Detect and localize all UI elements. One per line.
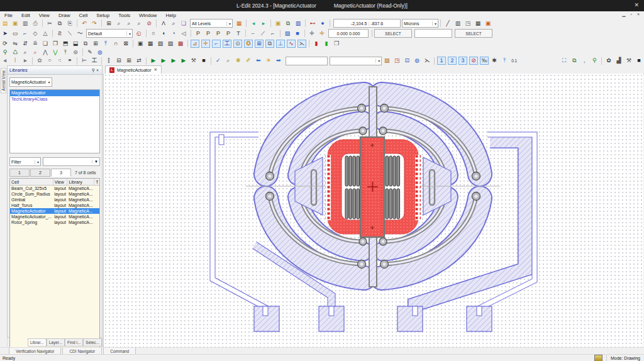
flip-v-icon[interactable]: ⇵	[21, 40, 30, 48]
origin-icon[interactable]: ✛	[308, 30, 316, 38]
layers-icon[interactable]: ❏	[179, 19, 188, 28]
window-capture-icon[interactable]: ⊡	[402, 57, 411, 65]
find-icon[interactable]: ⌕	[114, 19, 123, 28]
dock-tab[interactable]: Find i...	[65, 338, 83, 347]
fill-box-icon[interactable]: ■	[293, 30, 302, 38]
pick-icon[interactable]: ⋁	[51, 48, 60, 57]
open-icon[interactable]: ▣	[11, 19, 19, 28]
disable-icon[interactable]: ⊘	[469, 57, 478, 65]
headphone-icon[interactable]: ∩	[111, 40, 120, 48]
lambda-icon[interactable]: Λ	[159, 19, 168, 28]
copyto-icon[interactable]: ⧉	[570, 57, 579, 65]
find-prev-icon[interactable]: ⌕	[135, 19, 143, 28]
filter-combo[interactable]: Filter▾	[9, 157, 41, 166]
measure-icon[interactable]: ⊥	[276, 40, 285, 48]
lock-icon[interactable]: ⊠	[121, 40, 130, 48]
pie-tool-icon[interactable]: ◖	[159, 30, 168, 38]
swap-icon[interactable]: ⇄	[135, 57, 143, 65]
gear-small-icon[interactable]: ✿	[35, 57, 44, 65]
library-item[interactable]: TechLibrary4Class	[10, 96, 99, 103]
boolean-icon[interactable]: ⊿	[191, 40, 199, 48]
circle-tool-icon[interactable]: ○	[149, 30, 158, 38]
edit-rule-icon[interactable]: ◳	[392, 57, 401, 65]
flag-red-icon[interactable]: ▮	[312, 40, 321, 48]
align-left-icon[interactable]: ⫷	[1, 57, 9, 65]
camera-icon[interactable]: ❒	[332, 40, 341, 48]
text-tool-icon[interactable]: T	[234, 30, 243, 38]
tile-v-icon[interactable]: ⫿	[104, 57, 113, 65]
wrench2-icon[interactable]: ⚒	[625, 57, 633, 65]
redo-icon[interactable]: ↷	[90, 19, 99, 28]
rve-run-icon[interactable]: ▶	[179, 57, 188, 65]
verify-field-1[interactable]	[286, 57, 328, 65]
runner-icon[interactable]: ⋋	[297, 40, 306, 48]
port-default-icon[interactable]: P	[224, 30, 233, 38]
add-rule-icon[interactable]: ▨	[382, 57, 391, 65]
pair-icon[interactable]: ⚭	[65, 57, 74, 65]
pan-left-icon[interactable]: ◂	[249, 19, 258, 28]
distribute-h-icon[interactable]: ⁘	[45, 57, 54, 65]
library-combo[interactable]: MagneticActuator▾	[9, 77, 52, 87]
wire45-icon[interactable]: ⟍	[65, 30, 74, 38]
layout-canvas[interactable]	[103, 74, 643, 347]
spin-icon[interactable]: ✪	[244, 40, 253, 48]
table-row[interactable]: Rotor_SpringlayoutMagneticA...	[10, 219, 100, 225]
undo-icon[interactable]: ↶	[80, 19, 89, 28]
back-icon[interactable]: ⬓	[71, 40, 80, 48]
cell-list-tab-2[interactable]: 2	[30, 169, 50, 177]
all-levels-combo[interactable]: All Levels▾	[190, 19, 233, 28]
validate-icon[interactable]: ✓	[214, 57, 223, 65]
flag-green-icon[interactable]: ▮	[322, 40, 331, 48]
globe2-icon[interactable]: ◍	[96, 48, 104, 57]
pin-map-icon[interactable]: ⚲	[590, 57, 599, 65]
column-header[interactable]: Library	[67, 179, 94, 186]
ungroup-icon[interactable]: ❐	[51, 40, 60, 48]
group-icon[interactable]: ❏	[41, 40, 50, 48]
verify-combo[interactable]: ▾	[330, 57, 382, 65]
pass1-icon[interactable]: 1	[437, 57, 446, 65]
tile-h-icon[interactable]: ⊟	[114, 57, 123, 65]
polygonall-icon[interactable]: △	[41, 30, 50, 38]
pass3-icon[interactable]: 3	[458, 57, 467, 65]
width-icon[interactable]: ⊢	[80, 57, 89, 65]
world2-icon[interactable]: ◍	[413, 57, 421, 65]
verify-wrench-icon[interactable]: ⚒	[189, 57, 198, 65]
frame-icon[interactable]: ▣	[136, 40, 145, 48]
menu-cell[interactable]: Cell	[75, 13, 92, 18]
zoom-select-icon[interactable]: ⌕	[169, 19, 178, 28]
dot-circle-icon[interactable]: ⊙	[233, 40, 242, 48]
run-script-icon[interactable]: ⋋	[423, 57, 431, 65]
select-field[interactable]	[414, 29, 452, 38]
cell-info-icon[interactable]: ▥	[294, 19, 303, 28]
menu-file[interactable]: File	[0, 13, 17, 18]
port-edge-icon[interactable]: P	[204, 30, 213, 38]
wand-icon[interactable]: ✐	[244, 57, 253, 65]
xsection-icon[interactable]: ▦	[474, 19, 482, 28]
mode-icon[interactable]	[594, 355, 602, 361]
print-icon[interactable]: ⎙	[31, 19, 40, 28]
select-button-1[interactable]: SELECT	[374, 29, 412, 38]
cell-list-tab-1[interactable]: 1	[9, 169, 30, 177]
probe-icon[interactable]: ⋀	[41, 48, 50, 57]
net-clear-icon[interactable]: ♺	[11, 48, 19, 57]
wire90-icon[interactable]: Ƨ	[55, 30, 64, 38]
slash-tool-icon[interactable]: ╱	[443, 19, 452, 28]
units-combo[interactable]: Microns▾	[402, 19, 438, 28]
cut-icon[interactable]: ✂	[45, 19, 54, 28]
find-next-icon[interactable]: ⌕	[125, 19, 133, 28]
filter-value-combo[interactable]: ▼	[43, 157, 100, 166]
save-view-icon[interactable]: ▥	[453, 19, 462, 28]
column-header[interactable]: View	[53, 179, 67, 186]
menu-tools[interactable]: Tools	[114, 13, 135, 18]
net-highlight-icon[interactable]: ⚲	[1, 48, 9, 57]
menu-window[interactable]: Window	[135, 13, 161, 18]
merge-icon[interactable]: ▦	[146, 40, 155, 48]
allangle-tool-icon[interactable]: ◁	[179, 30, 188, 38]
find-net-icon[interactable]: ⌕	[21, 48, 30, 57]
align-center-icon[interactable]: ⁞	[11, 57, 19, 65]
wireall-icon[interactable]: 〜	[75, 30, 84, 38]
table-row[interactable]: Circle_Sum_RadiuslayoutMagneticA...	[10, 191, 100, 197]
copy-cell-icon[interactable]: ⧉	[284, 19, 292, 28]
origin-field[interactable]: 0.000 0.000	[328, 29, 369, 38]
pass2-icon[interactable]: 2	[448, 57, 457, 65]
